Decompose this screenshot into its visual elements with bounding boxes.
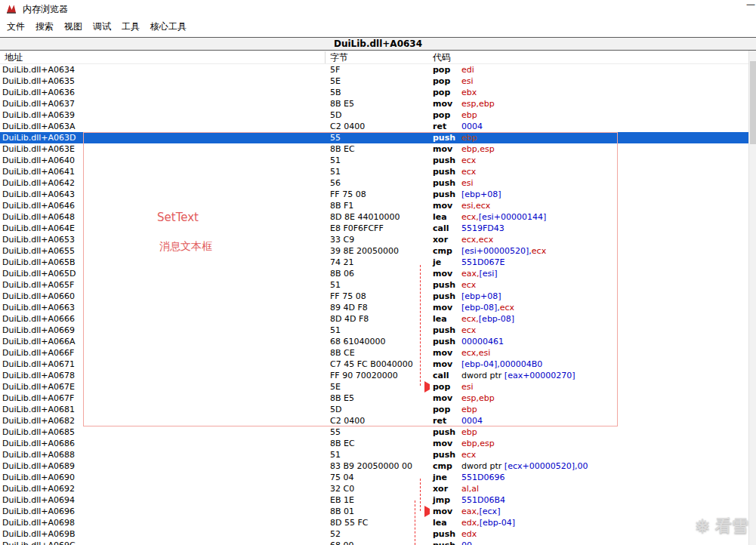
- row-bytes: C7 45 FC B0040000: [330, 359, 413, 370]
- row-mnemonic: pop: [433, 87, 450, 98]
- disasm-row[interactable]: DuiLib.dll+A066F8B CEmovecx,esi: [0, 347, 748, 359]
- disasm-row[interactable]: DuiLib.dll+A06968B 01moveax,[ecx]: [0, 506, 748, 517]
- row-bytes: FF 75 08: [330, 291, 366, 302]
- disasm-row[interactable]: DuiLib.dll+A068983 B9 20050000 00cmpdwor…: [0, 460, 748, 472]
- disasm-row[interactable]: DuiLib.dll+A068555pushebp: [0, 426, 748, 438]
- row-address: DuiLib.dll+A067E: [2, 381, 75, 393]
- vertical-scrollbar[interactable]: [748, 51, 756, 545]
- app-icon: [5, 3, 17, 15]
- disasm-row[interactable]: DuiLib.dll+A06345Fpopedi: [0, 64, 748, 75]
- disasm-row[interactable]: DuiLib.dll+A069C68 00push00: [0, 540, 748, 545]
- row-operands: 0004: [461, 121, 483, 132]
- row-bytes: 8B E5: [330, 98, 354, 109]
- scrollbar-thumb[interactable]: [750, 61, 756, 144]
- row-mnemonic: pop: [433, 381, 450, 393]
- column-header-code[interactable]: 代码: [433, 51, 451, 64]
- menu-item-core-tools[interactable]: 核心工具: [145, 19, 192, 35]
- disasm-row[interactable]: DuiLib.dll+A065333 C9xorecx,ecx: [0, 234, 748, 245]
- disasm-row[interactable]: DuiLib.dll+A0643FF 75 08push[ebp+08]: [0, 189, 748, 200]
- disasm-row[interactable]: DuiLib.dll+A068851pushecx: [0, 449, 748, 460]
- disasm-row[interactable]: DuiLib.dll+A06868B ECmovebp,esp: [0, 438, 748, 449]
- row-mnemonic: push: [433, 291, 455, 302]
- disasm-row[interactable]: DuiLib.dll+A064051pushecx: [0, 155, 748, 166]
- row-operands: al,al: [461, 483, 479, 494]
- disasm-row[interactable]: DuiLib.dll+A065B74 21je551D067E: [0, 257, 748, 268]
- disasm-row[interactable]: DuiLib.dll+A063D55pushebp: [0, 132, 748, 143]
- row-address: DuiLib.dll+A0682: [2, 415, 75, 426]
- disasm-row[interactable]: DuiLib.dll+A064EE8 F0F6FCFFcall5519FD43: [0, 223, 748, 234]
- row-bytes: 8B 01: [330, 506, 354, 517]
- row-operands: [ebp-04],000004B0: [461, 359, 542, 370]
- disasm-row[interactable]: DuiLib.dll+A06815Dpopebp: [0, 404, 748, 415]
- row-operands: ecx: [461, 449, 476, 460]
- column-header-bytes[interactable]: 字节: [330, 51, 348, 64]
- disasm-row[interactable]: DuiLib.dll+A06395Dpopebp: [0, 109, 748, 121]
- disasm-row[interactable]: DuiLib.dll+A069232 C0xoral,al: [0, 483, 748, 494]
- row-mnemonic: jne: [433, 472, 447, 483]
- disasm-row[interactable]: DuiLib.dll+A0694EB 1Ejmp551D06B4: [0, 494, 748, 506]
- column-separator[interactable]: [325, 51, 326, 63]
- operand-value: [ecx+00000520],00: [505, 461, 588, 471]
- menu-item-file[interactable]: 文件: [2, 19, 30, 35]
- row-bytes: 51: [330, 449, 341, 460]
- title-bar: 内存浏览器 —: [0, 0, 756, 18]
- row-operands: esp,ebp: [461, 98, 495, 109]
- disasm-row[interactable]: DuiLib.dll+A063E8B ECmovebp,esp: [0, 143, 748, 155]
- row-operands: esi: [461, 75, 474, 87]
- disasm-row[interactable]: DuiLib.dll+A06488D 8E 44010000leaecx,[es…: [0, 211, 748, 223]
- disasm-row[interactable]: DuiLib.dll+A06365Bpopebx: [0, 87, 748, 98]
- disasm-row[interactable]: DuiLib.dll+A066389 4D F8mov[ebp-08],ecx: [0, 302, 748, 313]
- disasm-row[interactable]: DuiLib.dll+A067F8B E5movesp,ebp: [0, 393, 748, 404]
- disassembly-table: DuiLib.dll+A06345FpopediDuiLib.dll+A0635…: [0, 64, 748, 545]
- disasm-row[interactable]: DuiLib.dll+A0682C2 0400ret0004: [0, 415, 748, 426]
- operand-value: [esi+00000144]: [479, 212, 546, 222]
- disasm-row[interactable]: DuiLib.dll+A0660FF 75 08push[ebp+08]: [0, 291, 748, 302]
- disasm-row[interactable]: DuiLib.dll+A065539 8E 20050000cmp[esi+00…: [0, 245, 748, 257]
- disasm-row[interactable]: DuiLib.dll+A067E5Epopesi: [0, 381, 748, 393]
- row-operands: 0004: [461, 415, 483, 426]
- disasm-row[interactable]: DuiLib.dll+A066A68 61040000push00000461: [0, 336, 748, 347]
- operand-register: ecx: [461, 280, 476, 290]
- row-mnemonic: mov: [433, 98, 452, 109]
- operand-value: 551D0696: [461, 473, 505, 482]
- disasm-row[interactable]: DuiLib.dll+A06668D 4D F8leaecx,[ebp-08]: [0, 313, 748, 325]
- row-address: DuiLib.dll+A0678: [2, 370, 75, 381]
- disasm-row[interactable]: DuiLib.dll+A064151pushecx: [0, 166, 748, 177]
- row-bytes: 89 4D F8: [330, 302, 368, 313]
- row-mnemonic: mov: [433, 438, 452, 449]
- operand-value: [ebp-04]: [480, 518, 515, 528]
- row-mnemonic: call: [433, 223, 449, 234]
- menu-item-view[interactable]: 视图: [59, 19, 88, 35]
- disasm-row[interactable]: DuiLib.dll+A06468B F1movesi,ecx: [0, 200, 748, 211]
- menu-item-search[interactable]: 搜索: [30, 19, 59, 35]
- minimize-button[interactable]: —: [746, 0, 755, 10]
- row-mnemonic: lea: [433, 313, 447, 325]
- disasm-row[interactable]: DuiLib.dll+A069075 04jne551D0696: [0, 472, 748, 483]
- disasm-row[interactable]: DuiLib.dll+A0671C7 45 FC B0040000mov[ebp…: [0, 359, 748, 370]
- menu-item-tools[interactable]: 工具: [116, 19, 145, 35]
- disasm-row[interactable]: DuiLib.dll+A065D8B 06moveax,[esi]: [0, 268, 748, 279]
- menu-item-debug[interactable]: 调试: [88, 19, 116, 35]
- column-header-address[interactable]: 地址: [5, 51, 23, 64]
- disasm-row[interactable]: DuiLib.dll+A066951pushecx: [0, 325, 748, 336]
- memory-browser-window: 内存浏览器 — 文件 搜索 视图 调试 工具 核心工具 DuiLib.dll+A…: [0, 0, 756, 545]
- row-bytes: 8B E5: [330, 393, 354, 404]
- row-bytes: 5E: [330, 381, 341, 393]
- disasm-row[interactable]: DuiLib.dll+A069B52pushedx: [0, 528, 748, 540]
- address-caption: DuiLib.dll+A0634: [0, 37, 756, 51]
- disasm-row[interactable]: DuiLib.dll+A06378B E5movesp,ebp: [0, 98, 748, 109]
- disasm-row[interactable]: DuiLib.dll+A065F51pushecx: [0, 279, 748, 291]
- row-mnemonic: push: [433, 279, 455, 291]
- disasm-row[interactable]: DuiLib.dll+A06355Epopesi: [0, 75, 748, 87]
- row-mnemonic: push: [433, 540, 455, 545]
- row-bytes: 68 00: [330, 540, 354, 545]
- disasm-row[interactable]: DuiLib.dll+A064256pushesi: [0, 177, 748, 189]
- operand-register: ebp: [461, 133, 477, 143]
- row-operands: 551D06B4: [461, 494, 505, 506]
- row-address: DuiLib.dll+A066F: [2, 347, 74, 359]
- disasm-row[interactable]: DuiLib.dll+A0678FF 90 70020000calldword …: [0, 370, 748, 381]
- operand-register: ebp: [461, 427, 477, 437]
- row-mnemonic: je: [433, 257, 441, 268]
- disasm-row[interactable]: DuiLib.dll+A063AC2 0400ret0004: [0, 121, 748, 132]
- disasm-row[interactable]: DuiLib.dll+A06988D 55 FCleaedx,[ebp-04]: [0, 517, 748, 528]
